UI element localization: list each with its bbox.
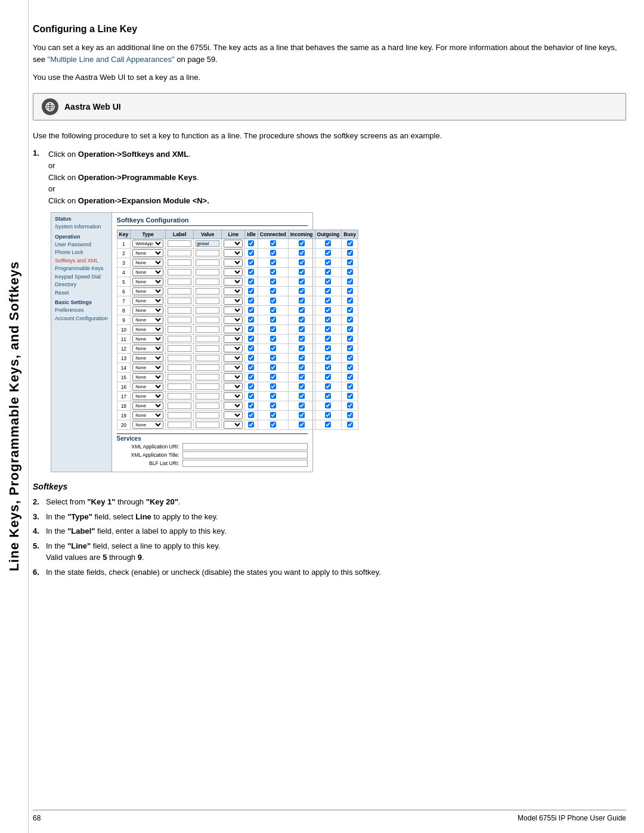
row8-connected[interactable] <box>258 306 288 315</box>
row2-incoming[interactable] <box>288 249 315 258</box>
row10-connected[interactable] <box>258 325 288 335</box>
row12-connected[interactable] <box>258 344 288 354</box>
row13-line[interactable] <box>222 354 245 363</box>
row2-line-select[interactable] <box>224 249 243 257</box>
row7-outgoing-check[interactable] <box>325 298 331 304</box>
row2-value-input[interactable] <box>196 250 219 256</box>
row17-line[interactable] <box>222 392 245 401</box>
nav-preferences[interactable]: Preferences <box>55 306 108 315</box>
row9-value[interactable] <box>194 315 222 325</box>
row3-connected-check[interactable] <box>270 259 276 265</box>
row3-type[interactable]: NoneLineWebAppsSpeed Dial <box>131 258 166 268</box>
row7-value[interactable] <box>194 296 222 306</box>
nav-reset[interactable]: Reset <box>55 289 108 298</box>
row5-busy[interactable] <box>342 277 358 287</box>
row10-type-select[interactable]: NoneLineWebAppsSpeed Dial <box>132 326 163 333</box>
row3-idle-check[interactable] <box>248 259 254 265</box>
row7-idle[interactable] <box>245 296 258 306</box>
row5-label[interactable] <box>166 277 194 287</box>
row4-busy[interactable] <box>342 268 358 277</box>
row7-label-input[interactable] <box>168 298 191 304</box>
row16-incoming[interactable] <box>288 382 315 392</box>
row8-outgoing-check[interactable] <box>325 307 331 313</box>
row18-label-input[interactable] <box>168 402 191 409</box>
row6-value-input[interactable] <box>196 288 219 295</box>
row10-outgoing-check[interactable] <box>325 326 331 332</box>
row6-type-select[interactable]: NoneLineWebAppsSpeed Dial <box>132 287 163 295</box>
row10-idle-check[interactable] <box>248 326 254 332</box>
row3-type-select[interactable]: NoneLineWebAppsSpeed Dial <box>132 259 163 267</box>
row9-incoming[interactable] <box>288 315 315 325</box>
row4-busy-check[interactable] <box>347 269 353 275</box>
row20-label[interactable] <box>166 420 194 430</box>
row12-value[interactable] <box>194 344 222 354</box>
row1-connected[interactable] <box>258 239 288 249</box>
row4-type-select[interactable]: NoneLineWebAppsSpeed Dial <box>132 268 163 276</box>
row10-line-select[interactable] <box>224 326 243 333</box>
row3-line-select[interactable] <box>224 259 243 267</box>
row9-idle-check[interactable] <box>248 317 254 323</box>
row5-line[interactable] <box>222 277 245 287</box>
row17-idle[interactable] <box>245 392 258 401</box>
row4-label[interactable] <box>166 268 194 277</box>
row13-label[interactable] <box>166 354 194 363</box>
row19-type-select[interactable]: NoneLineWebAppsSpeed Dial <box>132 411 163 419</box>
row18-type[interactable]: NoneLineWebAppsSpeed Dial <box>131 401 166 411</box>
row11-value[interactable] <box>194 335 222 344</box>
row4-value[interactable] <box>194 268 222 277</box>
row11-type[interactable]: NoneLineWebAppsSpeed Dial <box>131 335 166 344</box>
row5-type-select[interactable]: NoneLineWebAppsSpeed Dial <box>132 278 163 286</box>
multiple-line-link[interactable]: "Multiple Line and Call Appearances" <box>48 55 175 64</box>
row10-outgoing[interactable] <box>315 325 342 335</box>
row1-busy[interactable] <box>342 239 358 249</box>
row16-idle-check[interactable] <box>248 383 254 389</box>
row5-connected-check[interactable] <box>270 278 276 284</box>
row15-type-select[interactable]: NoneLineWebAppsSpeed Dial <box>132 373 163 381</box>
row19-line-select[interactable] <box>224 411 243 419</box>
row10-value[interactable] <box>194 325 222 335</box>
row8-idle[interactable] <box>245 306 258 315</box>
row16-outgoing-check[interactable] <box>325 383 331 389</box>
row9-value-input[interactable] <box>196 317 219 323</box>
row14-incoming-check[interactable] <box>299 364 305 370</box>
row5-type[interactable]: NoneLineWebAppsSpeed Dial <box>131 277 166 287</box>
row7-busy-check[interactable] <box>347 298 353 304</box>
row19-busy-check[interactable] <box>347 412 353 418</box>
row18-label[interactable] <box>166 401 194 411</box>
row13-busy[interactable] <box>342 354 358 363</box>
row15-outgoing[interactable] <box>315 373 342 382</box>
row18-line-select[interactable] <box>224 402 243 410</box>
row3-incoming[interactable] <box>288 258 315 268</box>
row11-incoming-check[interactable] <box>299 336 305 342</box>
row18-connected-check[interactable] <box>270 402 276 408</box>
row1-incoming[interactable] <box>288 239 315 249</box>
row10-busy-check[interactable] <box>347 326 353 332</box>
row13-label-input[interactable] <box>168 355 191 361</box>
row8-type-select[interactable]: NoneLineWebAppsSpeed Dial <box>132 306 163 314</box>
row6-connected[interactable] <box>258 287 288 296</box>
row5-outgoing-check[interactable] <box>325 278 331 284</box>
row9-line-select[interactable] <box>224 316 243 324</box>
row1-incoming-check[interactable] <box>299 240 305 246</box>
row12-busy-check[interactable] <box>347 345 353 351</box>
nav-user-password[interactable]: User Password <box>55 241 108 249</box>
row13-type-select[interactable]: NoneLineWebAppsSpeed Dial <box>132 354 163 362</box>
row12-connected-check[interactable] <box>270 345 276 351</box>
row20-busy-check[interactable] <box>347 422 353 428</box>
row19-outgoing-check[interactable] <box>325 412 331 418</box>
row13-incoming[interactable] <box>288 354 315 363</box>
row12-idle[interactable] <box>245 344 258 354</box>
row16-busy[interactable] <box>342 382 358 392</box>
row20-value-input[interactable] <box>196 422 219 428</box>
row2-idle-check[interactable] <box>248 250 254 256</box>
row16-value[interactable] <box>194 382 222 392</box>
row15-label[interactable] <box>166 373 194 382</box>
row14-type[interactable]: NoneLineWebAppsSpeed Dial <box>131 363 166 373</box>
row2-type[interactable]: NoneLineWebAppsSpeed Dial <box>131 249 166 258</box>
row12-busy[interactable] <box>342 344 358 354</box>
row5-idle[interactable] <box>245 277 258 287</box>
row2-connected-check[interactable] <box>270 250 276 256</box>
row2-outgoing-check[interactable] <box>325 250 331 256</box>
row11-busy[interactable] <box>342 335 358 344</box>
row4-type[interactable]: NoneLineWebAppsSpeed Dial <box>131 268 166 277</box>
